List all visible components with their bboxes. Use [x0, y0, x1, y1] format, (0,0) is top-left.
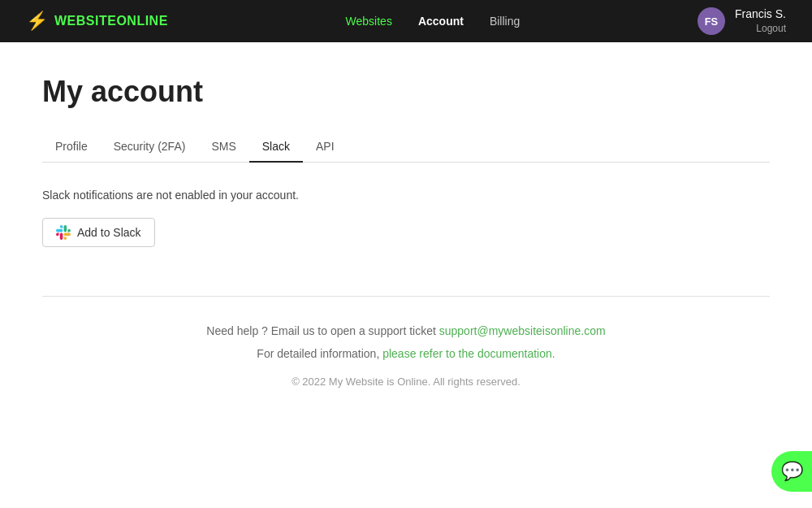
support-email-link[interactable]: support@mywebsiteisonline.com: [439, 324, 606, 337]
logo-accent: ONLINE: [116, 14, 167, 28]
user-info: Francis S. Logout: [735, 7, 786, 35]
add-to-slack-button[interactable]: Add to Slack: [42, 218, 155, 247]
nav-billing[interactable]: Billing: [490, 15, 520, 28]
footer-copyright: © 2022 My Website is Online. All rights …: [42, 371, 770, 393]
navbar: ⚡ WEBSITEONLINE Websites Account Billing…: [0, 0, 812, 42]
slack-icon: [56, 225, 71, 240]
user-area: FS Francis S. Logout: [698, 7, 786, 35]
logout-link[interactable]: Logout: [756, 23, 786, 34]
footer-docs-prefix: For detailed information,: [257, 347, 379, 360]
footer-docs-line: For detailed information, please refer t…: [42, 342, 770, 365]
docs-link[interactable]: please refer to the documentation.: [382, 347, 555, 360]
footer-help-text: Need help ? Email us to open a support t…: [206, 324, 436, 337]
avatar: FS: [698, 7, 725, 35]
nav-websites[interactable]: Websites: [346, 15, 392, 28]
tab-security[interactable]: Security (2FA): [101, 132, 199, 163]
footer: Need help ? Email us to open a support t…: [42, 319, 770, 393]
logo-icon: ⚡: [26, 11, 48, 32]
add-to-slack-label: Add to Slack: [77, 226, 141, 239]
footer-help-line: Need help ? Email us to open a support t…: [42, 319, 770, 342]
tab-api[interactable]: API: [303, 132, 348, 163]
logo-text: WEBSITEONLINE: [54, 14, 168, 28]
user-name: Francis S.: [735, 7, 786, 20]
slack-panel: Slack notifications are not enabled in y…: [42, 189, 770, 247]
nav-account[interactable]: Account: [418, 15, 464, 28]
tab-profile[interactable]: Profile: [42, 132, 101, 163]
tabs-container: Profile Security (2FA) SMS Slack API: [42, 132, 770, 163]
main-content: My account Profile Security (2FA) SMS Sl…: [16, 42, 796, 441]
footer-divider: [42, 296, 770, 297]
slack-notice: Slack notifications are not enabled in y…: [42, 189, 770, 202]
logo-plain: WEBSITE: [54, 14, 116, 28]
nav-links: Websites Account Billing: [346, 15, 520, 28]
page-title: My account: [42, 75, 770, 109]
logo-container: ⚡ WEBSITEONLINE: [26, 11, 168, 32]
tab-slack[interactable]: Slack: [249, 132, 303, 163]
tab-sms[interactable]: SMS: [198, 132, 248, 163]
